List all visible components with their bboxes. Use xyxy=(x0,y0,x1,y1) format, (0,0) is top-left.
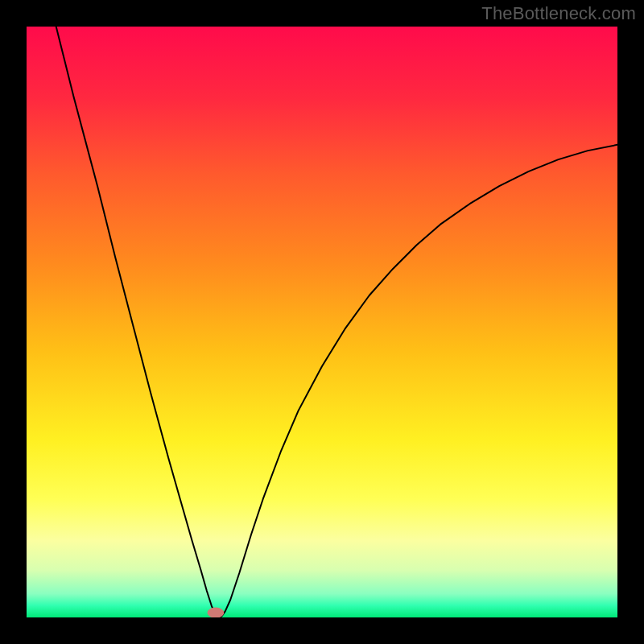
chart-plot-area xyxy=(27,27,617,617)
chart-frame: TheBottleneck.com xyxy=(0,0,644,644)
chart-svg xyxy=(27,27,617,617)
chart-background xyxy=(27,27,617,617)
watermark-text: TheBottleneck.com xyxy=(481,3,636,24)
